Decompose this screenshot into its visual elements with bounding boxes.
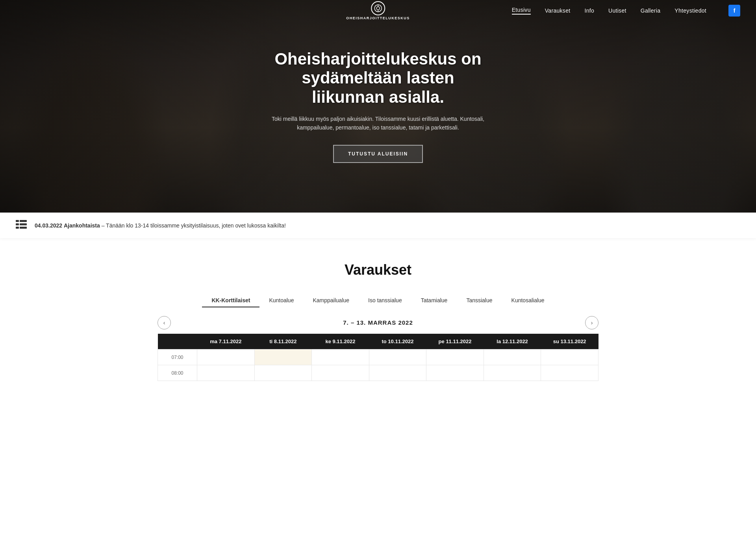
navbar: OHEISHARJOITTELUKESKUS Etusivu Varaukset…: [0, 0, 756, 21]
logo-icon: [371, 1, 385, 15]
nav-yhteystiedot[interactable]: Yhteystiedot: [674, 7, 706, 14]
news-ticker: 04.03.2022 Ajankohtaista – Tänään klo 13…: [0, 213, 756, 238]
calendar-cell[interactable]: [312, 349, 369, 365]
nav-varaukset[interactable]: Varaukset: [545, 7, 571, 14]
calendar-cell[interactable]: [369, 365, 426, 381]
hero-content: Oheisharjoittelukeskus on sydämeltään la…: [260, 50, 496, 163]
hero-subtitle: Toki meillä liikkuu myös paljon aikuisia…: [268, 115, 488, 132]
calendar-cell[interactable]: [254, 365, 312, 381]
calendar-table: ma 7.11.2022 ti 8.11.2022 ke 9.11.2022 t…: [158, 334, 598, 381]
svg-rect-7: [20, 224, 27, 226]
tab-kk-korttilaiset[interactable]: KK-Korttilaiset: [202, 294, 259, 307]
nav-links: Etusivu Varaukset Info Uutiset Galleria …: [512, 5, 740, 17]
cal-header-day-4: to 10.11.2022: [369, 334, 426, 349]
tab-kuntoalue[interactable]: Kuntoalue: [259, 294, 303, 307]
svg-point-1: [376, 7, 380, 10]
calendar-cell[interactable]: [197, 365, 255, 381]
calendar-cell[interactable]: [426, 349, 484, 365]
calendar-cell[interactable]: [254, 349, 312, 365]
cal-header-day-3: ke 9.11.2022: [312, 334, 369, 349]
cal-header-day-1: ma 7.11.2022: [197, 334, 255, 349]
calendar-cell[interactable]: [484, 365, 541, 381]
ticker-icon: [16, 220, 27, 231]
calendar-cell[interactable]: [369, 349, 426, 365]
calendar-cell[interactable]: [541, 349, 598, 365]
calendar-body: 07:0008:00: [158, 349, 598, 381]
calendar-row: 08:00: [158, 365, 598, 381]
cal-header-empty: [158, 334, 197, 349]
tab-tanssialue[interactable]: Tanssialue: [457, 294, 502, 307]
calendar-navigation: ‹ 7. – 13. MARRAS 2022 ›: [158, 319, 598, 326]
calendar-row: 07:00: [158, 349, 598, 365]
logo-text: OHEISHARJOITTELUKESKUS: [346, 16, 410, 20]
calendar-week-label: 7. – 13. MARRAS 2022: [343, 319, 413, 326]
cal-header-day-6: la 12.11.2022: [484, 334, 541, 349]
tab-kamppailualue[interactable]: Kamppailualue: [303, 294, 359, 307]
svg-rect-5: [20, 220, 27, 222]
calendar-header-row: ma 7.11.2022 ti 8.11.2022 ke 9.11.2022 t…: [158, 334, 598, 349]
svg-rect-8: [16, 227, 19, 229]
svg-rect-4: [16, 220, 19, 222]
cal-header-day-2: ti 8.11.2022: [254, 334, 312, 349]
hero-title: Oheisharjoittelukeskus on sydämeltään la…: [268, 50, 488, 107]
calendar-cell[interactable]: [484, 349, 541, 365]
varaukset-tabs: KK-Korttilaiset Kuntoalue Kamppailualue …: [158, 294, 598, 307]
svg-rect-6: [16, 224, 19, 226]
svg-rect-9: [20, 227, 27, 229]
tab-tatamialue[interactable]: Tatamialue: [411, 294, 457, 307]
varaukset-title: Varaukset: [158, 262, 598, 278]
calendar-cell[interactable]: [197, 349, 255, 365]
nav-galleria[interactable]: Galleria: [641, 7, 661, 14]
calendar-cell[interactable]: [541, 365, 598, 381]
hero-section: Oheisharjoittelukeskus on sydämeltään la…: [0, 0, 756, 213]
calendar-cell[interactable]: [426, 365, 484, 381]
ticker-text: 04.03.2022 Ajankohtaista – Tänään klo 13…: [35, 222, 286, 229]
prev-week-button[interactable]: ‹: [158, 316, 171, 329]
nav-etusivu[interactable]: Etusivu: [512, 7, 531, 15]
ticker-category: Ajankohtaista: [64, 222, 100, 229]
calendar-table-wrapper: ma 7.11.2022 ti 8.11.2022 ke 9.11.2022 t…: [158, 334, 598, 381]
tab-kuntosalialue[interactable]: Kuntosalialue: [502, 294, 554, 307]
ticker-date: 04.03.2022: [35, 222, 62, 229]
nav-uutiset[interactable]: Uutiset: [608, 7, 626, 14]
hero-cta-button[interactable]: TUTUSTU ALUEISIIN: [333, 145, 423, 163]
tab-iso-tanssialue[interactable]: Iso tanssialue: [359, 294, 411, 307]
cal-header-day-7: su 13.11.2022: [541, 334, 598, 349]
next-week-button[interactable]: ›: [585, 316, 598, 329]
time-label: 08:00: [158, 365, 197, 381]
calendar-cell[interactable]: [312, 365, 369, 381]
nav-info[interactable]: Info: [584, 7, 594, 14]
cal-header-day-5: pe 11.11.2022: [426, 334, 484, 349]
facebook-button[interactable]: f: [728, 5, 740, 17]
time-label: 07:00: [158, 349, 197, 365]
varaukset-section: Varaukset KK-Korttilaiset Kuntoalue Kamp…: [142, 238, 614, 397]
ticker-message: – Tänään klo 13-14 tiloissamme yksityist…: [102, 222, 286, 229]
site-logo[interactable]: OHEISHARJOITTELUKESKUS: [346, 1, 410, 20]
